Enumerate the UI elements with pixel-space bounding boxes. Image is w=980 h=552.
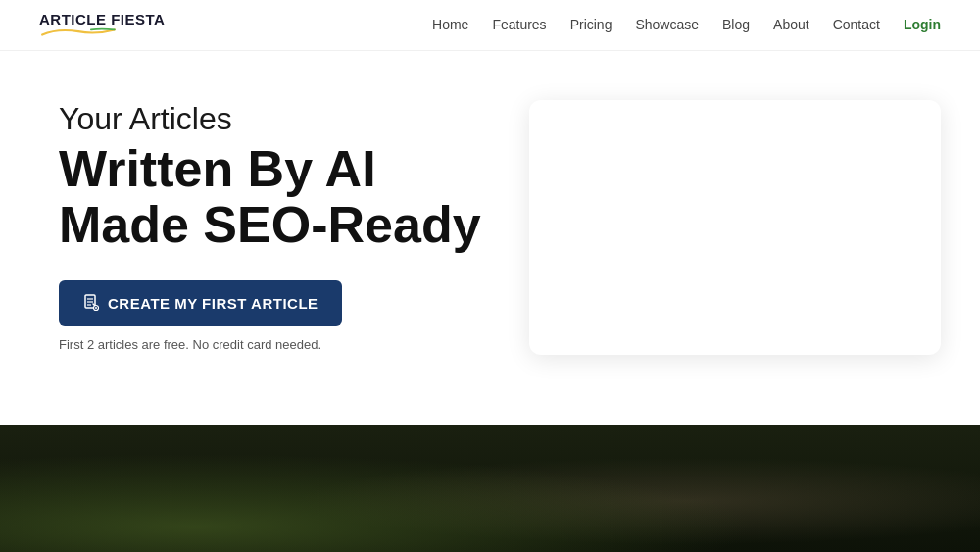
nav-features[interactable]: Features	[492, 17, 546, 32]
document-icon	[82, 294, 100, 312]
hero-content: Your Articles Written By AI Made SEO-Rea…	[59, 90, 500, 353]
nav-contact[interactable]: Contact	[833, 17, 880, 32]
create-article-button[interactable]: CREATE MY FIRST ARTICLE	[59, 280, 342, 326]
nav-login[interactable]: Login	[904, 17, 941, 32]
logo-swoosh-icon	[39, 26, 118, 38]
nav-home[interactable]: Home	[432, 17, 468, 32]
dark-scene-bg	[0, 425, 980, 552]
cta-button-label: CREATE MY FIRST ARTICLE	[108, 295, 318, 312]
hero-subtitle: Your Articles	[59, 100, 500, 137]
hero-section: Your Articles Written By AI Made SEO-Rea…	[0, 51, 980, 443]
logo[interactable]: ARTICLE FIESTA	[39, 12, 165, 38]
hero-title: Written By AI Made SEO-Ready	[59, 141, 500, 253]
bottom-section	[0, 425, 980, 552]
nav-showcase[interactable]: Showcase	[635, 17, 699, 32]
nav-pricing[interactable]: Pricing	[570, 17, 612, 32]
header: ARTICLE FIESTA Home Features Pricing Sho…	[0, 0, 980, 51]
nav-blog[interactable]: Blog	[722, 17, 750, 32]
nav-about[interactable]: About	[773, 17, 809, 32]
article-preview-card	[529, 100, 941, 355]
cta-note: First 2 articles are free. No credit car…	[59, 337, 500, 352]
hero-preview	[529, 100, 941, 355]
main-nav: Home Features Pricing Showcase Blog Abou…	[432, 17, 941, 32]
